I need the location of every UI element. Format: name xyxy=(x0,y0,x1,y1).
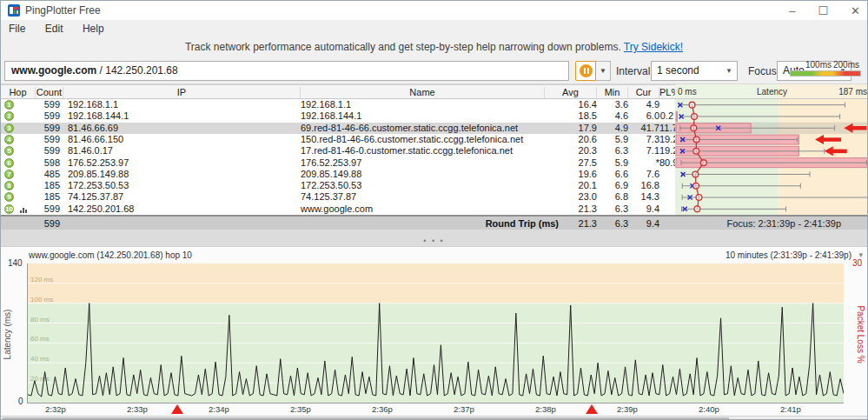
col-min[interactable]: Min xyxy=(597,87,628,98)
minimize-button[interactable]: – xyxy=(789,4,795,17)
time-graph-title: www.google.com (142.250.201.68) hop 10 xyxy=(29,250,192,260)
menu-help[interactable]: Help xyxy=(75,20,112,37)
hop-cur: 7.6 xyxy=(628,169,659,180)
hop-avg: 18.5 xyxy=(545,110,597,122)
time-tick-label: 2:35p xyxy=(290,404,311,414)
pause-icon xyxy=(580,64,593,77)
hop-pl: 80.9 xyxy=(659,157,673,169)
hop-ip: 81.46.0.17 xyxy=(68,145,113,157)
panel-splitter[interactable]: • • • xyxy=(1,230,867,247)
hop-min: 6.8 xyxy=(597,191,628,203)
hop-ip: 172.253.50.53 xyxy=(68,180,129,191)
hop-min: 3.6 xyxy=(597,99,628,110)
time-tick-label: 2:38p xyxy=(535,404,556,414)
hop-ip: 142.250.201.68 xyxy=(68,203,134,215)
target-host: www.google.com xyxy=(11,64,96,77)
col-ip[interactable]: IP xyxy=(63,87,301,98)
hop-count: 485 xyxy=(1,169,60,180)
hop-cur: 41.7 xyxy=(628,123,659,134)
hop-pl: 19.2 xyxy=(659,145,673,157)
target-input[interactable]: www.google.com / 142.250.201.68 xyxy=(4,61,569,81)
col-avg[interactable]: Avg xyxy=(545,87,597,98)
svg-text:60 ms: 60 ms xyxy=(30,335,50,343)
svg-text:80 ms: 80 ms xyxy=(30,316,50,323)
round-trip-label: Round Trip (ms) xyxy=(374,218,559,230)
alert-marker-icon[interactable] xyxy=(586,404,598,414)
round-trip-row: 599 Round Trip (ms) 21.3 6.3 9.4 Focus: … xyxy=(1,215,867,230)
hop-avg: 16.4 xyxy=(545,99,597,110)
time-tick-label: 2:32p xyxy=(45,404,66,414)
hop-count: 599 xyxy=(1,203,60,215)
hop-min: 4.9 xyxy=(597,123,628,134)
time-axis: 2:32p2:33p2:34p2:35p2:36p2:37p2:38p2:39p… xyxy=(27,404,844,416)
svg-text:120 ms: 120 ms xyxy=(30,276,53,283)
hop-min: 6.3 xyxy=(597,203,628,215)
hop-name: 209.85.149.88 xyxy=(301,169,361,180)
hop-cur: 14.3 xyxy=(628,191,659,203)
alert-marker-icon[interactable] xyxy=(171,404,183,414)
round-trip-count: 599 xyxy=(1,218,60,230)
y-axis-min: 0 xyxy=(18,397,23,406)
interval-select[interactable]: 1 second ▼ xyxy=(651,61,738,81)
time-tick-label: 2:33p xyxy=(127,404,148,414)
hop-count: 599 xyxy=(1,123,60,134)
hop-ip: 74.125.37.87 xyxy=(68,191,123,203)
top-zone: File Edit Help Track network performance… xyxy=(1,20,867,84)
latency-time-plot[interactable]: 120 ms100 ms80 ms60 ms40 ms20 ms xyxy=(27,263,844,403)
time-tick-label: 2:36p xyxy=(372,404,393,414)
horizontal-scrollbar[interactable] xyxy=(1,416,867,420)
hop-cur: 6.0 xyxy=(628,110,659,122)
toolbar: www.google.com / 142.250.201.68 ▼ Interv… xyxy=(1,58,867,84)
time-tick-label: 2:39p xyxy=(617,404,638,414)
hop-latency-graph[interactable] xyxy=(675,99,868,215)
hop-name: 192.168.1.1 xyxy=(301,99,351,110)
hop-avg: 21.3 xyxy=(545,203,597,215)
col-name[interactable]: Name xyxy=(301,87,545,98)
splitter-grip-icon[interactable]: • • • xyxy=(1,237,867,245)
y-axis-max: 140 xyxy=(8,258,23,268)
hop-avg: 20.6 xyxy=(545,134,597,145)
close-button[interactable]: ✕ xyxy=(851,4,860,17)
hop-count: 185 xyxy=(1,191,60,203)
hop-count: 185 xyxy=(1,180,60,191)
col-count[interactable]: Count xyxy=(36,87,63,98)
hop-avg: 17.9 xyxy=(545,123,597,134)
menu-bar: File Edit Help xyxy=(1,20,867,37)
hop-name: 192.168.144.1 xyxy=(301,110,361,122)
hop-ip: 81.46.66.69 xyxy=(68,123,118,134)
svg-text:100 ms: 100 ms xyxy=(30,296,53,303)
hop-name: www.google.com xyxy=(301,203,373,215)
hop-name: 74.125.37.87 xyxy=(301,191,356,203)
promo-text: Track network performance automatically … xyxy=(185,41,621,53)
hop-avg: 19.6 xyxy=(545,169,597,180)
hop-cur: 7.3 xyxy=(628,134,659,145)
hop-name: 176.52.253.97 xyxy=(301,157,361,169)
hop-name: 69.red-81-46-66.customer.static.ccgg.tel… xyxy=(301,123,518,134)
hop-count: 599 xyxy=(1,134,60,145)
hop-ip: 192.168.144.1 xyxy=(68,110,129,122)
hop-min: 6.9 xyxy=(597,180,628,191)
menu-edit[interactable]: Edit xyxy=(37,20,71,37)
pause-dropdown-button[interactable]: ▼ xyxy=(596,61,611,81)
time-graph-range[interactable]: 10 minutes (2:31:39p - 2:41:39p) xyxy=(726,250,851,260)
focus-label: Focus xyxy=(748,65,777,77)
pause-button[interactable] xyxy=(575,61,596,81)
maximize-button[interactable]: ☐ xyxy=(818,4,828,17)
col-cur[interactable]: Cur xyxy=(628,87,659,98)
time-tick-label: 2:37p xyxy=(454,404,474,414)
menu-file[interactable]: File xyxy=(1,20,33,37)
title-bar: PingPlotter Free – ☐ ✕ xyxy=(1,1,867,20)
col-pl[interactable]: PL% xyxy=(659,87,675,98)
hop-avg: 20.3 xyxy=(545,145,597,157)
latency-gradient-bar xyxy=(790,70,861,77)
try-sidekick-link[interactable]: Try Sidekick! xyxy=(624,41,683,53)
app-logo-icon xyxy=(8,4,20,17)
col-hop[interactable]: Hop xyxy=(1,87,36,98)
hop-ip: 176.52.253.97 xyxy=(68,157,129,169)
chevron-down-icon: ▼ xyxy=(726,62,732,81)
time-tick-label: 2:34p xyxy=(209,404,229,414)
window-title: PingPlotter Free xyxy=(25,4,101,17)
hop-cur: 9.4 xyxy=(628,203,659,215)
promo-banner: Track network performance automatically … xyxy=(1,41,867,53)
hop-min: 5.9 xyxy=(597,157,628,169)
